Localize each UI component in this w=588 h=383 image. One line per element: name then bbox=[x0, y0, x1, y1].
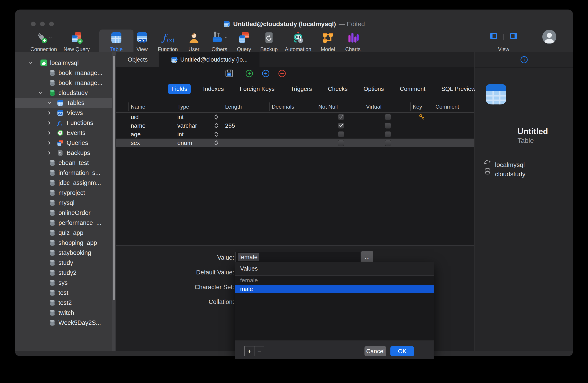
designer-tab-foreign-keys[interactable]: Foreign Keys bbox=[236, 84, 278, 94]
sidebar-item-week5day2s[interactable]: Week5Day2S... bbox=[15, 318, 116, 328]
designer-tab-triggers[interactable]: Triggers bbox=[287, 84, 315, 94]
sidebar-item-myproject[interactable]: myproject bbox=[15, 188, 116, 198]
column-divider[interactable] bbox=[175, 102, 175, 111]
column-divider[interactable] bbox=[433, 102, 433, 111]
column-header-comment[interactable]: Comment bbox=[435, 101, 459, 112]
not-null-checkbox[interactable] bbox=[338, 131, 344, 137]
sidebar-item-backups[interactable]: Backups bbox=[15, 148, 116, 158]
virtual-checkbox[interactable] bbox=[385, 123, 391, 129]
sidebar-item-cloudstudy[interactable]: cloudstudy bbox=[15, 88, 116, 98]
chevron-right-icon[interactable] bbox=[47, 131, 51, 135]
sidebar-item-mysql[interactable]: mysql bbox=[15, 198, 116, 208]
sidebar-item-twitch[interactable]: twitch bbox=[15, 308, 116, 318]
chevron-down-icon[interactable] bbox=[28, 61, 32, 65]
not-null-checkbox[interactable] bbox=[338, 114, 344, 120]
type-stepper[interactable] bbox=[214, 114, 219, 120]
designer-tab-checks[interactable]: Checks bbox=[324, 84, 351, 94]
designer-tab-fields[interactable]: Fields bbox=[168, 84, 191, 94]
value-option-female[interactable]: female bbox=[235, 276, 434, 285]
sidebar-item-queries[interactable]: Queries bbox=[15, 138, 116, 148]
tab-objects[interactable]: Objects bbox=[116, 52, 160, 67]
chevron-right-icon[interactable] bbox=[47, 111, 51, 115]
sidebar-item-test2[interactable]: test2 bbox=[15, 298, 116, 308]
type-stepper[interactable] bbox=[214, 139, 219, 146]
field-row-sex[interactable]: sexenum bbox=[116, 139, 474, 147]
sidebar-item-quiz-app[interactable]: quiz_app bbox=[15, 228, 116, 238]
toolbar-item-connection[interactable]: Connection bbox=[27, 30, 61, 55]
info-icon[interactable] bbox=[520, 56, 528, 64]
add-field-button[interactable] bbox=[245, 69, 253, 78]
remove-value-button[interactable]: − bbox=[254, 346, 264, 356]
sidebar-item-sys[interactable]: sys bbox=[15, 278, 116, 288]
insert-field-button[interactable] bbox=[261, 69, 270, 78]
sidebar-item-study[interactable]: study bbox=[15, 258, 116, 268]
toolbar-item-new-query[interactable]: New Query bbox=[60, 30, 94, 55]
column-divider[interactable] bbox=[223, 102, 223, 111]
sidebar-item-views[interactable]: Views bbox=[15, 108, 116, 118]
sidebar-item-jdbc-assignm[interactable]: jdbc_assignm... bbox=[15, 178, 116, 188]
toolbar-item-charts[interactable]: Charts bbox=[336, 30, 370, 55]
tab-active-table-designer[interactable]: Untitled@cloudstudy (lo... bbox=[159, 52, 259, 67]
sidebar-item-staybooking[interactable]: staybooking bbox=[15, 248, 116, 258]
column-header-decimals[interactable]: Decimals bbox=[272, 101, 294, 112]
sidebar-item-book-manage[interactable]: book_manage... bbox=[15, 78, 116, 88]
sidebar-item-tables[interactable]: Tables bbox=[15, 98, 116, 108]
toggle-right-pane-button[interactable] bbox=[510, 33, 517, 39]
column-divider[interactable] bbox=[410, 102, 411, 111]
column-divider[interactable] bbox=[343, 264, 343, 273]
column-divider[interactable] bbox=[316, 102, 316, 111]
column-header-length[interactable]: Length bbox=[225, 101, 242, 112]
sidebar-scrollbar-thumb[interactable] bbox=[113, 56, 115, 300]
not-null-checkbox[interactable] bbox=[338, 123, 344, 129]
add-value-button[interactable]: + bbox=[244, 346, 254, 356]
chevron-right-icon[interactable] bbox=[47, 141, 51, 145]
type-stepper[interactable] bbox=[214, 131, 219, 138]
toolbar-item-automation[interactable]: Automation bbox=[281, 30, 315, 55]
virtual-checkbox[interactable] bbox=[385, 140, 391, 146]
column-header-type[interactable]: Type bbox=[177, 101, 189, 112]
delete-field-button[interactable] bbox=[278, 69, 286, 78]
field-row-uid[interactable]: uidint bbox=[116, 113, 474, 121]
sidebar-item-book-manage[interactable]: book_manage... bbox=[15, 68, 116, 78]
avatar[interactable] bbox=[542, 30, 556, 44]
value-input[interactable]: female bbox=[235, 252, 360, 262]
ok-button[interactable]: OK bbox=[390, 346, 414, 356]
column-divider[interactable] bbox=[128, 102, 129, 111]
designer-tab-options[interactable]: Options bbox=[360, 84, 388, 94]
sidebar-item-ebean-test[interactable]: ebean_test bbox=[15, 158, 116, 168]
column-header-name[interactable]: Name bbox=[131, 101, 145, 112]
column-header-virtual[interactable]: Virtual bbox=[366, 101, 381, 112]
designer-tab-comment[interactable]: Comment bbox=[396, 84, 429, 94]
chevron-right-icon[interactable] bbox=[47, 151, 51, 155]
sidebar-item-performance[interactable]: performance_... bbox=[15, 218, 116, 228]
column-header-not-null[interactable]: Not Null bbox=[318, 101, 338, 112]
chevron-down-icon[interactable] bbox=[47, 101, 51, 105]
not-null-checkbox[interactable] bbox=[338, 140, 344, 146]
field-row-age[interactable]: ageint bbox=[116, 130, 474, 139]
chevron-down-icon[interactable] bbox=[39, 91, 43, 95]
virtual-checkbox[interactable] bbox=[385, 131, 391, 137]
sidebar-item-events[interactable]: Events bbox=[15, 128, 116, 138]
toolbar-divider bbox=[503, 34, 504, 40]
toggle-left-pane-button[interactable] bbox=[490, 33, 497, 39]
save-button[interactable] bbox=[225, 69, 233, 78]
value-option-male[interactable]: male bbox=[235, 285, 434, 293]
sidebar-item-shopping-app[interactable]: shopping_app bbox=[15, 238, 116, 248]
chevron-right-icon[interactable] bbox=[47, 121, 51, 125]
column-divider[interactable] bbox=[270, 102, 270, 111]
sidebar-item-onlineorder[interactable]: onlineOrder bbox=[15, 208, 116, 218]
window-title: Untitled@cloudstudy (localmysql) — Edite… bbox=[15, 20, 573, 28]
sidebar-item-information-s[interactable]: information_s... bbox=[15, 168, 116, 178]
field-row-name[interactable]: namevarchar255 bbox=[116, 121, 474, 130]
sidebar-item-study2[interactable]: study2 bbox=[15, 268, 116, 278]
value-browse-button[interactable]: ... bbox=[361, 251, 373, 263]
cancel-button[interactable]: Cancel bbox=[364, 346, 386, 356]
designer-tab-sql-preview[interactable]: SQL Preview bbox=[438, 84, 479, 94]
sidebar-item-test[interactable]: test bbox=[15, 288, 116, 298]
designer-tab-indexes[interactable]: Indexes bbox=[199, 84, 227, 94]
sidebar-item-functions[interactable]: ƒxFunctions bbox=[15, 118, 116, 128]
type-stepper[interactable] bbox=[214, 122, 219, 129]
sidebar-item-localmysql[interactable]: localmysql bbox=[15, 58, 116, 68]
virtual-checkbox[interactable] bbox=[385, 114, 391, 120]
column-header-key[interactable]: Key bbox=[413, 101, 422, 112]
